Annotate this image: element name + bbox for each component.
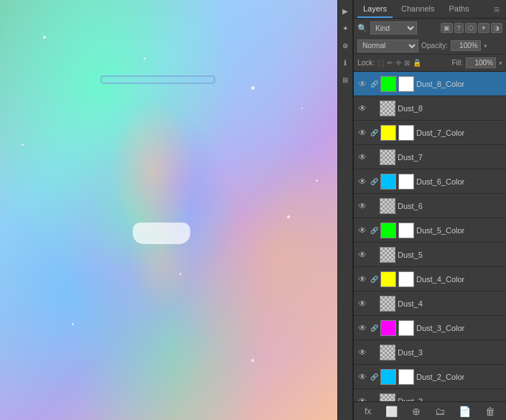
layer-color-thumb — [380, 320, 396, 336]
add-mask-button[interactable]: ⬜ — [383, 404, 400, 419]
layer-name: Dust_8 — [398, 104, 503, 113]
opacity-value-display[interactable]: 100% — [451, 40, 481, 51]
eye-icon[interactable]: 👁 — [357, 298, 368, 309]
blend-mode-select[interactable]: Normal Multiply Screen — [357, 39, 418, 52]
new-layer-button[interactable]: 📄 — [456, 404, 474, 419]
filter-row: 🔍 Kind Name Effect ▣ T ⬡ ✦ ◑ — [354, 19, 506, 37]
delete-layer-button[interactable]: 🗑 — [482, 404, 498, 419]
layer-row[interactable]: 👁 🔗 Dust_6_Color — [354, 169, 506, 194]
layer-color-thumb — [380, 76, 396, 92]
layer-checker-thumb — [380, 149, 395, 165]
lock-paint-icon[interactable]: ✏ — [387, 59, 393, 67]
filter-icons: ▣ T ⬡ ✦ ◑ — [441, 23, 503, 33]
fill-dropdown-icon[interactable]: ▾ — [499, 60, 502, 67]
fx-button[interactable]: fx — [362, 405, 374, 418]
blend-row: Normal Multiply Screen Opacity: 100% ▾ — [354, 37, 506, 55]
layer-row[interactable]: 👁 🔗 Dust_7_Color — [354, 121, 506, 145]
search-icon: 🔍 — [357, 24, 367, 33]
layer-link-icon: 🔗 — [370, 178, 378, 185]
filter-shape-button[interactable]: ⬡ — [465, 23, 477, 33]
lock-row: Lock: ⬚ ✏ ✛ ⊠ 🔒 Fill: 100% ▾ — [354, 55, 506, 72]
layer-row[interactable]: 👁 🔗 Dust_3_Color — [354, 316, 506, 340]
tab-channels[interactable]: Channels — [395, 1, 440, 18]
filter-smart-button[interactable]: ✦ — [478, 23, 489, 33]
filter-text-button[interactable]: T — [454, 23, 464, 33]
group-layer-button[interactable]: 🗂 — [432, 404, 448, 419]
eye-icon[interactable]: 👁 — [357, 103, 368, 114]
eye-icon[interactable]: 👁 — [357, 78, 368, 90]
layer-row[interactable]: 👁 🔗 Dust_5_Color — [354, 218, 506, 243]
lock-artboard-icon[interactable]: ⊠ — [404, 59, 410, 67]
fill-value-display[interactable]: 100% — [466, 57, 496, 68]
layer-name: Dust_3_Color — [416, 324, 503, 332]
layer-white-thumb — [398, 125, 414, 141]
filter-adjust-button[interactable]: ◑ — [491, 23, 502, 33]
canvas-image — [0, 0, 337, 420]
tab-paths[interactable]: Paths — [444, 1, 475, 18]
layer-checker-thumb — [380, 296, 395, 312]
ps-left-toolbar: ▶ ✦ ⊕ ℹ ⊞ — [337, 0, 353, 420]
layer-row[interactable]: 👁 Dust_6 — [354, 194, 506, 218]
lock-all-icon[interactable]: 🔒 — [413, 59, 421, 67]
layer-row[interactable]: 👁 Dust_7 — [354, 145, 506, 169]
lock-transparent-icon[interactable]: ⬚ — [378, 59, 384, 67]
layer-white-thumb — [398, 271, 414, 287]
tab-layers[interactable]: Layers — [357, 1, 393, 18]
lock-position-icon[interactable]: ✛ — [395, 59, 401, 67]
toolbar-info-icon[interactable]: ℹ — [338, 55, 352, 70]
layer-name: Dust_6_Color — [416, 177, 503, 186]
layer-name: Dust_7_Color — [416, 129, 503, 137]
layer-row[interactable]: 👁 Dust_8 — [354, 96, 506, 121]
layer-row[interactable]: 👁 🔗 Dust_8_Color — [354, 72, 506, 96]
layer-white-thumb — [398, 223, 414, 238]
eye-icon[interactable]: 👁 — [357, 176, 368, 187]
panel-bottom-toolbar: fx ⬜ ⊕ 🗂 📄 🗑 — [354, 401, 506, 420]
panel-menu-button[interactable]: ≡ — [491, 2, 502, 17]
eye-icon[interactable]: 👁 — [357, 249, 368, 261]
eye-icon[interactable]: 👁 — [357, 200, 368, 212]
toolbar-grid-icon[interactable]: ⊞ — [338, 73, 352, 87]
layer-name: Dust_5_Color — [416, 226, 503, 235]
layer-white-thumb — [398, 174, 414, 190]
layer-name: Dust_5 — [398, 251, 503, 259]
layer-link-icon: 🔗 — [370, 325, 378, 332]
eye-icon[interactable]: 👁 — [357, 274, 368, 285]
layer-row[interactable]: 👁 🔗 Dust_4_Color — [354, 267, 506, 291]
toolbar-add-icon[interactable]: ⊕ — [338, 38, 352, 52]
layer-link-icon: 🔗 — [370, 276, 378, 283]
layer-link-icon: 🔗 — [370, 373, 378, 381]
layer-checker-thumb — [380, 198, 395, 214]
canvas-area — [0, 0, 337, 420]
layer-name: Dust_4 — [398, 299, 503, 308]
layer-row[interactable]: 👁 Dust_5 — [354, 243, 506, 267]
filter-pixel-button[interactable]: ▣ — [441, 23, 453, 33]
eye-icon[interactable]: 👁 — [357, 371, 368, 383]
fill-label: Fill: — [451, 59, 463, 67]
eye-icon[interactable]: 👁 — [357, 347, 368, 358]
layer-row[interactable]: 👁 🔗 Dust_2_Color — [354, 365, 506, 389]
layer-color-thumb — [380, 271, 396, 287]
eye-icon[interactable]: 👁 — [357, 396, 368, 402]
eye-icon[interactable]: 👁 — [357, 151, 368, 163]
layer-name: Dust_3 — [398, 348, 503, 357]
layers-panel: Layers Channels Paths ≡ 🔍 Kind Name Effe… — [353, 0, 506, 420]
toolbar-star-icon[interactable]: ✦ — [338, 21, 352, 35]
layer-checker-thumb — [380, 101, 395, 116]
layer-checker-thumb — [380, 393, 395, 402]
layer-row[interactable]: 👁 Dust_2 — [354, 389, 506, 401]
toolbar-arrow-icon[interactable]: ▶ — [338, 4, 352, 18]
kind-select[interactable]: Kind Name Effect — [370, 22, 417, 34]
eye-icon[interactable]: 👁 — [357, 127, 368, 139]
layer-row[interactable]: 👁 Dust_3 — [354, 340, 506, 365]
layer-link-icon: 🔗 — [370, 227, 378, 234]
eye-icon[interactable]: 👁 — [357, 322, 368, 334]
layer-name: Dust_8_Color — [416, 80, 503, 88]
adjustment-layer-button[interactable]: ⊕ — [409, 404, 423, 419]
layer-white-thumb — [398, 76, 414, 92]
lock-label: Lock: — [357, 59, 375, 67]
panel-tabs: Layers Channels Paths ≡ — [354, 0, 506, 19]
layer-checker-thumb — [380, 247, 395, 263]
opacity-dropdown-icon[interactable]: ▾ — [484, 42, 487, 50]
layer-row[interactable]: 👁 Dust_4 — [354, 291, 506, 316]
eye-icon[interactable]: 👁 — [357, 225, 368, 236]
